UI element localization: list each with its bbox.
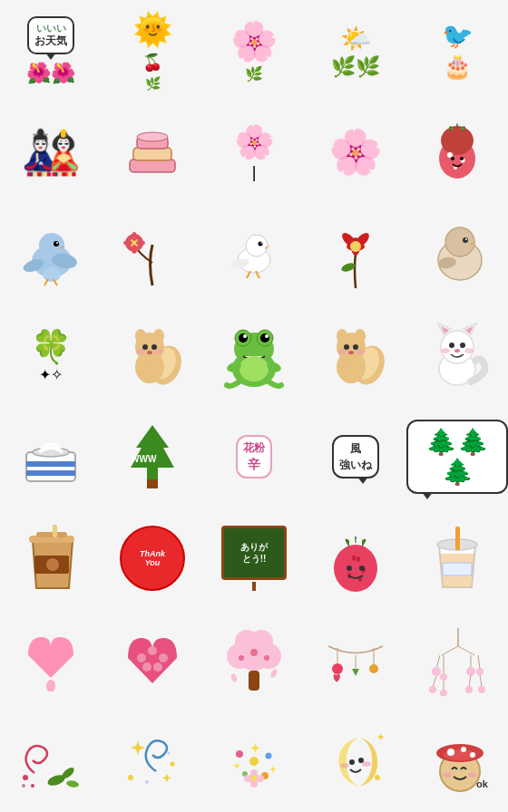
- strawberry2-svg: [324, 523, 387, 594]
- sticker-sparkle-swirl[interactable]: [102, 710, 203, 812]
- svg-point-147: [466, 667, 475, 676]
- sticker-decorative-garland[interactable]: [305, 609, 406, 710]
- svg-point-66: [239, 356, 269, 382]
- svg-point-5: [441, 126, 474, 155]
- svg-point-6: [447, 152, 453, 158]
- svg-point-159: [31, 784, 34, 788]
- sticker-moon-face[interactable]: [305, 710, 406, 812]
- sticker-floral-heart[interactable]: [102, 609, 203, 710]
- sticker-pink-heart[interactable]: [0, 609, 102, 710]
- svg-line-142: [436, 655, 440, 669]
- svg-point-88: [454, 349, 460, 353]
- svg-point-65: [265, 334, 269, 338]
- hina-dolls-icon: 🎎: [22, 125, 81, 180]
- svg-point-131: [230, 672, 238, 682]
- svg-point-74: [355, 329, 366, 343]
- sticker-pollen-bubble[interactable]: 花粉 辛: [203, 406, 305, 508]
- sticker-branch-flower[interactable]: [102, 203, 203, 304]
- sticker-colorful-sparkles[interactable]: [203, 710, 305, 812]
- sticker-bird-cake[interactable]: 🐦 🎂: [406, 0, 508, 102]
- sticker-weather-bubble[interactable]: いいい お天気 🌺🌺: [0, 0, 102, 102]
- svg-point-24: [136, 240, 145, 246]
- svg-point-55: [147, 351, 152, 354]
- svg-point-186: [468, 772, 477, 778]
- svg-point-160: [22, 784, 25, 788]
- sticker-pine-tree-www[interactable]: WWW: [102, 406, 203, 508]
- sticker-wind-bubble[interactable]: 風 強いね: [305, 406, 406, 508]
- svg-point-177: [250, 780, 258, 788]
- pine-trees-icon: 🌲🌲🌲: [415, 427, 499, 487]
- sticker-cherry-blossoms[interactable]: 🌸: [305, 102, 406, 203]
- coffee-cup-svg: [22, 523, 81, 594]
- sticker-red-flower-stem[interactable]: [305, 203, 406, 304]
- sticker-thank-you[interactable]: ThAnk You: [102, 508, 203, 609]
- svg-point-30: [259, 242, 263, 246]
- svg-point-121: [153, 662, 162, 672]
- sticker-layered-cake[interactable]: [102, 102, 203, 203]
- garland-svg: [319, 624, 392, 696]
- svg-point-163: [65, 779, 79, 788]
- branch-flower-svg: [121, 218, 184, 290]
- chalkboard-board: ありがとう!!: [221, 526, 287, 580]
- colorful-sparkles-svg: [221, 729, 287, 794]
- sticker-sakura-decoration[interactable]: [406, 609, 508, 710]
- sticker-swirl-decoration[interactable]: [0, 710, 102, 812]
- svg-point-185: [443, 772, 452, 778]
- cherry-icon: 🍒: [142, 53, 162, 72]
- svg-point-79: [356, 349, 365, 354]
- svg-point-110: [359, 566, 365, 571]
- sticker-mushroom-cookie[interactable]: ok: [406, 710, 508, 812]
- svg-point-10: [460, 157, 464, 160]
- moon-face-svg: [323, 728, 388, 796]
- sticker-sun-scenery[interactable]: 🌤️ 🌿🌿: [305, 0, 406, 102]
- svg-point-175: [257, 775, 264, 782]
- svg-point-182: [362, 761, 371, 767]
- svg-point-189: [447, 749, 454, 756]
- sticker-squirrel2[interactable]: [305, 304, 406, 406]
- svg-point-117: [137, 653, 146, 662]
- svg-point-191: [470, 752, 475, 758]
- svg-rect-92: [26, 461, 75, 467]
- svg-point-164: [128, 775, 133, 780]
- sticker-sparrow-mochi[interactable]: [406, 203, 508, 304]
- pine-bubble: 🌲🌲🌲: [406, 420, 508, 494]
- sticker-white-bird[interactable]: [203, 203, 305, 304]
- sticker-strawberry2[interactable]: [305, 508, 406, 609]
- sticker-drink-straw[interactable]: [406, 508, 508, 609]
- sticker-blossom-candy[interactable]: 🌸 |: [203, 102, 305, 203]
- svg-point-62: [239, 334, 248, 343]
- svg-point-9: [451, 157, 454, 160]
- svg-point-155: [465, 686, 473, 693]
- svg-point-118: [148, 646, 157, 655]
- sticker-strawberry-mushroom[interactable]: [406, 102, 508, 203]
- svg-point-89: [441, 348, 450, 353]
- sticker-tissue-box[interactable]: [0, 406, 102, 508]
- chalkboard-text: ありがとう!!: [240, 541, 268, 565]
- sticker-pine-trees-bubble[interactable]: 🌲🌲🌲: [406, 406, 508, 508]
- sticker-white-cat[interactable]: [406, 304, 508, 406]
- thank-you-circle: ThAnk You: [120, 526, 185, 591]
- svg-point-134: [332, 663, 343, 674]
- svg-point-75: [344, 344, 349, 350]
- svg-point-63: [260, 334, 269, 343]
- sticker-hina-dolls[interactable]: 🎎: [0, 102, 102, 203]
- svg-point-167: [168, 751, 171, 754]
- svg-point-128: [250, 649, 258, 656]
- sticker-coffee-cup[interactable]: [0, 508, 102, 609]
- sticker-sakura-tree[interactable]: [203, 609, 305, 710]
- red-flower-stem-svg: [328, 218, 383, 290]
- sticker-squirrel[interactable]: [102, 304, 203, 406]
- svg-point-180: [358, 758, 364, 763]
- sticker-chalkboard[interactable]: ありがとう!!: [203, 508, 305, 609]
- svg-rect-0: [130, 160, 175, 172]
- sticker-sun-cherry[interactable]: 🌞 🍒 🌿: [102, 0, 203, 102]
- sticker-frog[interactable]: [203, 304, 305, 406]
- sticker-blue-bird[interactable]: [0, 203, 102, 304]
- svg-line-141: [458, 646, 474, 655]
- sticker-flower-face[interactable]: 🌸 🌿: [203, 0, 305, 102]
- sticker-sparkle-clover[interactable]: 🍀 ✦✧: [0, 304, 102, 406]
- svg-point-81: [441, 331, 474, 363]
- svg-point-169: [236, 750, 243, 758]
- svg-point-114: [34, 643, 39, 649]
- svg-point-149: [476, 668, 484, 675]
